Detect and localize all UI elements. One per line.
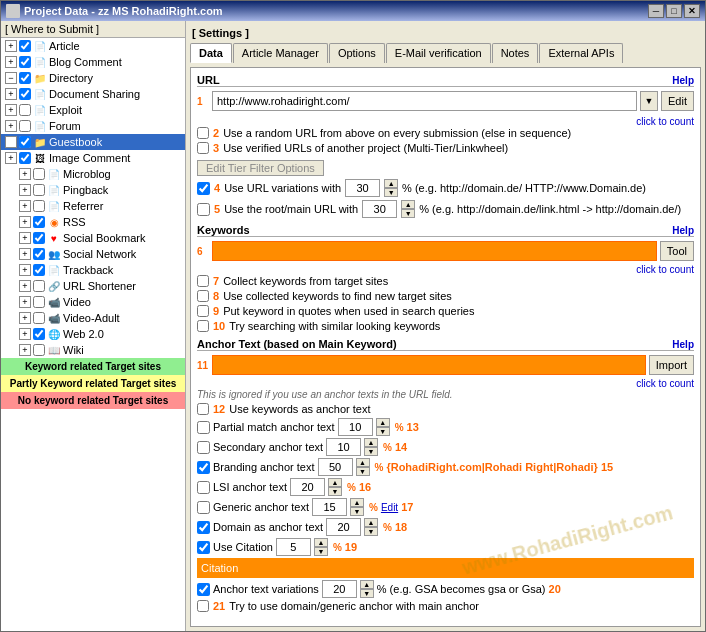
tab-article-manager[interactable]: Article Manager xyxy=(233,43,328,63)
url-click-to-count[interactable]: click to count xyxy=(197,115,694,127)
checkbox-generic-anchor[interactable] xyxy=(197,501,210,514)
tool-button[interactable]: Tool xyxy=(660,241,694,261)
tab-email-verification[interactable]: E-Mail verification xyxy=(386,43,491,63)
expand-directory[interactable]: − xyxy=(5,72,17,84)
minimize-button[interactable]: ─ xyxy=(648,4,664,18)
partial-match-spin-up[interactable]: ▲ xyxy=(376,418,390,427)
anchor-input[interactable] xyxy=(212,355,646,375)
expand-trackback[interactable]: + xyxy=(19,264,31,276)
checkbox-keyword-quotes[interactable] xyxy=(197,305,209,317)
tab-data[interactable]: Data xyxy=(190,43,232,63)
domain-anchor-spinner[interactable] xyxy=(326,518,361,536)
expand-referrer[interactable]: + xyxy=(19,200,31,212)
tree-item-video[interactable]: + 📹 Video xyxy=(1,294,185,310)
anchor-variations-spin-down[interactable]: ▼ xyxy=(360,589,374,598)
tab-options[interactable]: Options xyxy=(329,43,385,63)
expand-blog[interactable]: + xyxy=(5,56,17,68)
checkbox-use-citation[interactable] xyxy=(197,541,210,554)
partial-match-spin-down[interactable]: ▼ xyxy=(376,427,390,436)
secondary-anchor-spin-down[interactable]: ▼ xyxy=(364,447,378,456)
expand-document-sharing[interactable]: + xyxy=(5,88,17,100)
url-help-link[interactable]: Help xyxy=(672,75,694,86)
url-input[interactable] xyxy=(212,91,637,111)
root-url-spin-down[interactable]: ▼ xyxy=(401,209,415,218)
checkbox-trackback[interactable] xyxy=(33,264,45,276)
checkbox-url-shortener[interactable] xyxy=(33,280,45,292)
expand-forum[interactable]: + xyxy=(5,120,17,132)
tab-external-apis[interactable]: External APIs xyxy=(539,43,623,63)
tree-item-directory[interactable]: − 📁 Directory xyxy=(1,70,185,86)
tree-item-image-comment[interactable]: + 🖼 Image Comment xyxy=(1,150,185,166)
tree-item-microblog[interactable]: + 📄 Microblog xyxy=(1,166,185,182)
expand-social-bookmark[interactable]: + xyxy=(19,232,31,244)
tree-item-pingback[interactable]: + 📄 Pingback xyxy=(1,182,185,198)
anchor-help-link[interactable]: Help xyxy=(672,339,694,350)
checkbox-partial-match[interactable] xyxy=(197,421,210,434)
domain-anchor-spin-down[interactable]: ▼ xyxy=(364,527,378,536)
checkbox-use-keywords-anchor[interactable] xyxy=(197,403,209,415)
lsi-anchor-spinner[interactable] xyxy=(290,478,325,496)
checkbox-directory[interactable] xyxy=(19,72,31,84)
expand-rss[interactable]: + xyxy=(19,216,31,228)
checkbox-guestbook[interactable] xyxy=(19,136,31,148)
expand-exploit[interactable]: + xyxy=(5,104,17,116)
tree-item-wiki[interactable]: + 📖 Wiki xyxy=(1,342,185,358)
checkbox-lsi-anchor[interactable] xyxy=(197,481,210,494)
tree-item-url-shortener[interactable]: + 🔗 URL Shortener xyxy=(1,278,185,294)
checkbox-document-sharing[interactable] xyxy=(19,88,31,100)
checkbox-anchor-variations[interactable] xyxy=(197,583,210,596)
expand-url-shortener[interactable]: + xyxy=(19,280,31,292)
secondary-anchor-spin-up[interactable]: ▲ xyxy=(364,438,378,447)
checkbox-social-network[interactable] xyxy=(33,248,45,260)
expand-web20[interactable]: + xyxy=(19,328,31,340)
expand-image-comment[interactable]: + xyxy=(5,152,17,164)
expand-guestbook[interactable]: − xyxy=(5,136,17,148)
url-variations-spin-down[interactable]: ▼ xyxy=(384,188,398,197)
expand-video-adult[interactable]: + xyxy=(19,312,31,324)
checkbox-random-url[interactable] xyxy=(197,127,209,139)
generic-anchor-spinner[interactable] xyxy=(312,498,347,516)
checkbox-article[interactable] xyxy=(19,40,31,52)
checkbox-similar-keywords[interactable] xyxy=(197,320,209,332)
anchor-variations-spinner[interactable] xyxy=(322,580,357,598)
tree-item-video-adult[interactable]: + 📹 Video-Adult xyxy=(1,310,185,326)
checkbox-image-comment[interactable] xyxy=(19,152,31,164)
checkbox-domain-anchor[interactable] xyxy=(197,521,210,534)
tree-item-guestbook[interactable]: − 📁 Guestbook xyxy=(1,134,185,150)
expand-social-network[interactable]: + xyxy=(19,248,31,260)
checkbox-pingback[interactable] xyxy=(33,184,45,196)
expand-video[interactable]: + xyxy=(19,296,31,308)
tree-item-article[interactable]: + 📄 Article xyxy=(1,38,185,54)
checkbox-verified-url[interactable] xyxy=(197,142,209,154)
use-citation-spinner[interactable] xyxy=(276,538,311,556)
checkbox-domain-generic-main[interactable] xyxy=(197,600,209,612)
branding-anchor-spin-up[interactable]: ▲ xyxy=(356,458,370,467)
generic-anchor-spin-down[interactable]: ▼ xyxy=(350,507,364,516)
close-button[interactable]: ✕ xyxy=(684,4,700,18)
checkbox-blog-comment[interactable] xyxy=(19,56,31,68)
generic-anchor-edit-link[interactable]: Edit xyxy=(381,502,398,513)
secondary-anchor-spinner[interactable] xyxy=(326,438,361,456)
expand-pingback[interactable]: + xyxy=(19,184,31,196)
keywords-help-link[interactable]: Help xyxy=(672,225,694,236)
tree-item-referrer[interactable]: + 📄 Referrer xyxy=(1,198,185,214)
url-dropdown-button[interactable]: ▼ xyxy=(640,91,658,111)
checkbox-microblog[interactable] xyxy=(33,168,45,180)
use-citation-spin-down[interactable]: ▼ xyxy=(314,547,328,556)
tab-notes[interactable]: Notes xyxy=(492,43,539,63)
import-button[interactable]: Import xyxy=(649,355,694,375)
checkbox-url-variations[interactable] xyxy=(197,182,210,195)
tree-item-forum[interactable]: + 📄 Forum xyxy=(1,118,185,134)
generic-anchor-spin-up[interactable]: ▲ xyxy=(350,498,364,507)
lsi-anchor-spin-up[interactable]: ▲ xyxy=(328,478,342,487)
checkbox-rss[interactable] xyxy=(33,216,45,228)
expand-wiki[interactable]: + xyxy=(19,344,31,356)
tree-item-social-bookmark[interactable]: + ♥ Social Bookmark xyxy=(1,230,185,246)
tree-item-exploit[interactable]: + 📄 Exploit xyxy=(1,102,185,118)
checkbox-forum[interactable] xyxy=(19,120,31,132)
url-variations-spin-up[interactable]: ▲ xyxy=(384,179,398,188)
tree-item-web20[interactable]: + 🌐 Web 2.0 xyxy=(1,326,185,342)
checkbox-secondary-anchor[interactable] xyxy=(197,441,210,454)
checkbox-social-bookmark[interactable] xyxy=(33,232,45,244)
tree-item-blog-comment[interactable]: + 📄 Blog Comment xyxy=(1,54,185,70)
